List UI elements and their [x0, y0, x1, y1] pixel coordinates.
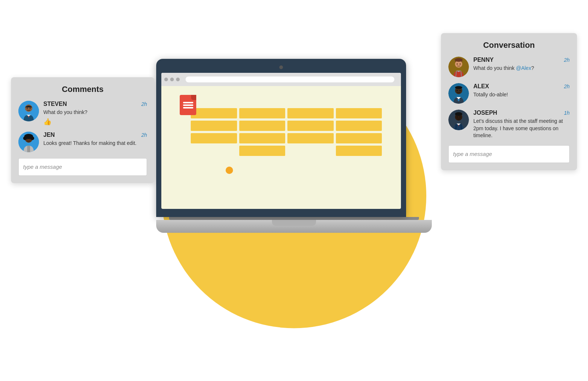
- comments-panel: Comments STEVE: [11, 77, 154, 183]
- comments-message-placeholder: type a message: [23, 164, 62, 170]
- avatar-joseph: [448, 110, 469, 130]
- comment-author-jen: JEN: [43, 132, 55, 138]
- toolbar-dot-3: [176, 78, 180, 81]
- message-author-penny: PENNY: [473, 57, 494, 63]
- cell-4-1: [191, 146, 237, 156]
- toolbar-address-bar: [186, 76, 394, 82]
- avatar-steven-svg: [18, 101, 39, 121]
- svg-point-21: [460, 90, 461, 91]
- comment-header-jen: JEN 2h: [43, 132, 147, 138]
- svg-point-20: [457, 90, 458, 91]
- message-item-joseph: JOSEPH 1h Let's discuss this at the staf…: [448, 110, 570, 139]
- comments-title: Comments: [18, 85, 147, 94]
- message-body-alex: ALEX 2h Totally do-able!: [473, 83, 570, 99]
- cell-1-1: [191, 108, 237, 118]
- message-author-alex: ALEX: [473, 83, 489, 90]
- comment-text-steven: What do you think?: [43, 109, 147, 116]
- message-item-alex: ALEX 2h Totally do-able!: [448, 83, 570, 104]
- comment-text-jen: Looks great! Thanks for making that edit…: [43, 140, 147, 147]
- comment-item-steven: STEVEN 2h What do you think? 👍: [18, 101, 147, 126]
- cell-3-2: [239, 133, 286, 143]
- svg-point-19: [455, 86, 462, 89]
- avatar-penny-svg: [448, 57, 469, 77]
- cell-2-4: [336, 121, 382, 131]
- conversation-title: Conversation: [448, 40, 570, 50]
- svg-point-3: [30, 108, 31, 109]
- svg-point-8: [31, 136, 34, 140]
- doc-corner: [191, 95, 196, 100]
- screen-toolbar: [161, 73, 401, 86]
- svg-rect-9: [27, 146, 30, 152]
- laptop-notch: [272, 220, 316, 226]
- laptop-camera: [279, 65, 283, 69]
- laptop-base: [156, 220, 432, 233]
- comment-header-steven: STEVEN 2h: [43, 101, 147, 107]
- cell-4-4: [336, 146, 382, 156]
- message-time-alex: 2h: [564, 83, 570, 89]
- message-header-penny: PENNY 2h: [473, 57, 570, 63]
- cell-2-2: [239, 121, 286, 131]
- avatar-alex-svg: [448, 83, 469, 104]
- laptop: [156, 59, 432, 233]
- doc-line-2: [183, 104, 193, 106]
- avatar-jen-svg: [18, 132, 39, 152]
- comment-body-jen: JEN 2h Looks great! Thanks for making th…: [43, 132, 147, 147]
- avatar-steven: [18, 101, 39, 121]
- laptop-hinge: [169, 217, 419, 220]
- toolbar-dot-2: [170, 78, 174, 81]
- svg-point-14: [455, 58, 463, 62]
- laptop-screen-outer: [156, 59, 406, 217]
- comment-author-steven: STEVEN: [43, 101, 67, 107]
- conversation-message-input[interactable]: type a message: [448, 145, 570, 163]
- avatar-jen: [18, 132, 39, 152]
- svg-point-2: [27, 108, 28, 109]
- cell-3-1: [191, 133, 237, 143]
- spreadsheet-grid: [183, 101, 389, 163]
- svg-point-11: [30, 138, 31, 139]
- document-icon: [180, 95, 196, 115]
- message-text-penny: What do you think @Alex?: [473, 65, 570, 72]
- doc-line-3: [183, 107, 193, 108]
- message-item-penny: PENNY 2h What do you think @Alex?: [448, 57, 570, 77]
- message-time-joseph: 1h: [564, 110, 570, 116]
- message-text-alex: Totally do-able!: [473, 91, 570, 99]
- message-body-joseph: JOSEPH 1h Let's discuss this at the staf…: [473, 110, 570, 139]
- like-icon: 👍: [43, 118, 147, 126]
- conversation-message-placeholder: type a message: [453, 151, 492, 157]
- cell-4-3: [287, 146, 334, 156]
- svg-point-7: [23, 136, 27, 140]
- svg-point-24: [455, 112, 462, 116]
- message-header-alex: ALEX 2h: [473, 83, 570, 90]
- svg-point-25: [457, 117, 458, 118]
- svg-point-15: [457, 64, 458, 65]
- comment-item-jen: JEN 2h Looks great! Thanks for making th…: [18, 132, 147, 152]
- message-text-joseph: Let's discuss this at the staff meeting …: [473, 118, 570, 139]
- message-header-joseph: JOSEPH 1h: [473, 110, 570, 116]
- svg-point-10: [27, 138, 28, 139]
- mention-alex: @Alex: [516, 65, 531, 71]
- cell-1-2: [239, 108, 286, 118]
- cell-3-3: [287, 133, 334, 143]
- toolbar-dot-1: [164, 78, 168, 81]
- comment-body-steven: STEVEN 2h What do you think? 👍: [43, 101, 147, 126]
- cell-4-2: [239, 146, 286, 156]
- laptop-screen: [161, 73, 401, 209]
- message-time-penny: 2h: [564, 57, 570, 63]
- cell-3-4: [336, 133, 382, 143]
- message-author-joseph: JOSEPH: [473, 110, 497, 116]
- avatar-penny: [448, 57, 469, 77]
- cell-1-4: [336, 108, 382, 118]
- comment-time-jen: 2h: [141, 132, 147, 138]
- comment-time-steven: 2h: [141, 101, 147, 107]
- avatar-alex: [448, 83, 469, 104]
- avatar-joseph-svg: [448, 110, 469, 130]
- doc-line-1: [183, 102, 193, 103]
- annotation-dot: [226, 167, 233, 174]
- svg-point-26: [460, 117, 461, 118]
- comments-message-input[interactable]: type a message: [18, 158, 147, 176]
- cell-1-3: [287, 108, 334, 118]
- svg-point-16: [460, 64, 461, 65]
- cell-2-3: [287, 121, 334, 131]
- cell-2-1: [191, 121, 237, 131]
- conversation-panel: Conversation: [441, 33, 577, 170]
